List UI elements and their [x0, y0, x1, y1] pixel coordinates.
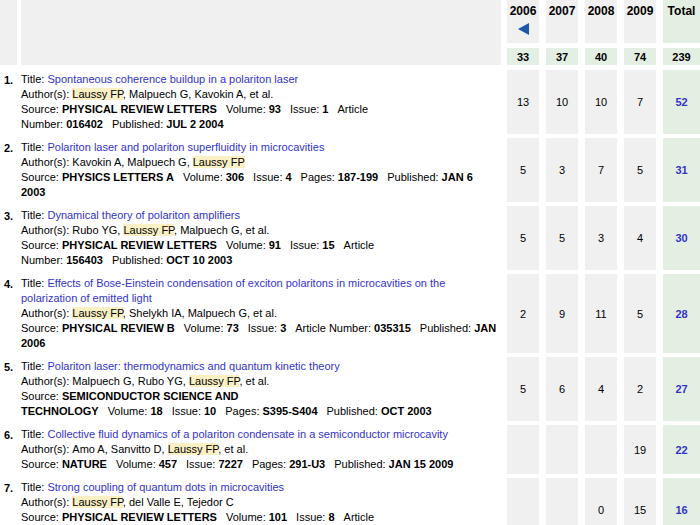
citation-count-cell: 5	[507, 206, 539, 270]
authors-label: Author(s):	[21, 88, 69, 100]
title-line: Title:Spontaneous coherence buildup in a…	[21, 72, 497, 87]
paper-title-link[interactable]: Polariton laser: thermodynamics and quan…	[47, 360, 339, 372]
paper-total-cell: 28	[663, 274, 700, 353]
field-value: S395-S404	[262, 405, 317, 417]
title-label: Title:	[21, 141, 44, 153]
paper-row: 2. Title:Polariton laser and polariton s…	[0, 138, 700, 202]
year-total-value: 37	[556, 51, 568, 63]
citation-count-cell: 5	[624, 274, 656, 353]
paper-description: Title:Spontaneous coherence buildup in a…	[21, 70, 501, 134]
field-label: Published:	[420, 322, 471, 334]
field-value: OCT 10 2003	[166, 254, 232, 266]
paper-title-link[interactable]: Polariton laser and polariton superfluid…	[47, 141, 324, 153]
citation-count-cell: 7	[624, 70, 656, 134]
citation-report-table: 2006 33 2007 37 2008 40 2009 74	[0, 0, 700, 525]
year-header-label: 2008	[588, 4, 615, 18]
author-highlight: Laussy FP	[193, 156, 245, 168]
paper-title-link[interactable]: Effects of Bose-Einstein condensation of…	[21, 277, 445, 304]
authors-label: Author(s):	[21, 156, 69, 168]
source-line: Source:NATUREVolume:457Issue:7227Pages:2…	[21, 457, 497, 472]
year-column: 2009 74	[624, 0, 656, 65]
title-line: Title:Effects of Bose-Einstein condensat…	[21, 276, 497, 306]
field-label: Pages:	[225, 405, 259, 417]
scroll-earlier-years-icon[interactable]	[518, 23, 529, 35]
cite-cells: 1310107	[507, 70, 663, 134]
paper-title-link[interactable]: Spontaneous coherence buildup in a polar…	[47, 73, 298, 85]
year-header-label: 2007	[549, 4, 576, 18]
cite-cells: 29115	[507, 274, 663, 353]
year-column: 2008 40	[585, 0, 617, 65]
source-line: Source:PHYSICAL REVIEW LETTERSVolume:91I…	[21, 238, 497, 268]
paper-total-value: 27	[675, 383, 687, 395]
citation-count-cell: 10	[546, 70, 578, 134]
paper-total-value: 16	[675, 504, 687, 516]
paper-title-link[interactable]: Strong coupling of quantum dots in micro…	[47, 481, 284, 493]
field-value: 18	[150, 405, 162, 417]
paper-number: 7.	[0, 478, 17, 525]
field-label: Pages:	[252, 458, 286, 470]
citation-count-cell: 11	[585, 274, 617, 353]
citation-count-cell	[546, 425, 578, 474]
citation-count-cell: 3	[546, 138, 578, 202]
grand-total-cell: 239	[663, 48, 700, 65]
authors-line: Author(s):Laussy FP, Malpuech G, Kavokin…	[21, 87, 497, 102]
field-label: Pages:	[301, 171, 335, 183]
field-value: 291-U3	[289, 458, 325, 470]
field-value: 91	[269, 239, 281, 251]
paper-total-cell: 30	[663, 206, 700, 270]
source-name: NATURE	[62, 458, 107, 470]
title-line: Title:Polariton laser: thermodynamics an…	[21, 359, 497, 374]
title-label: Title:	[21, 360, 44, 372]
year-header-cell: 2009	[624, 0, 656, 43]
field-label: Published:	[112, 254, 163, 266]
field-label: Issue:	[290, 239, 319, 251]
author-highlight: Laussy FP	[72, 496, 123, 508]
citation-count-cell: 2	[624, 357, 656, 421]
citation-count-cell	[585, 425, 617, 474]
source-label: Source:	[21, 390, 59, 402]
author-highlight: Laussy FP	[189, 375, 240, 387]
source-line: Source:PHYSICAL REVIEW LETTERSVolume:93I…	[21, 102, 497, 132]
authors-post: , del Valle E, Tejedor C	[123, 496, 234, 508]
row-number-header-block	[0, 0, 17, 65]
citation-count-cell: 3	[585, 206, 617, 270]
year-header-cell: 2006	[507, 0, 539, 43]
title-label: Title:	[21, 481, 44, 493]
paper-title-link[interactable]: Collective fluid dynamics of a polariton…	[47, 428, 447, 440]
paper-title-link[interactable]: Dynamical theory of polariton amplifiers	[47, 209, 240, 221]
source-line: Source:PHYSICAL REVIEW LETTERSVolume:101…	[21, 510, 497, 525]
source-line: Source:SEMICONDUCTOR SCIENCE AND TECHNOL…	[21, 389, 497, 419]
author-highlight: Laussy FP	[72, 307, 123, 319]
year-total-value: 33	[517, 51, 529, 63]
field-value: JUL 2 2004	[166, 118, 223, 130]
source-fields: Volume:18Issue:10Pages:S395-S404Publishe…	[99, 405, 432, 417]
field-label: Issue:	[253, 171, 282, 183]
authors-post: , et al.	[239, 375, 269, 387]
field-label: Published:	[334, 458, 385, 470]
grand-total-value: 239	[672, 51, 690, 63]
description-header-block	[21, 0, 501, 65]
field-value: OCT 2003	[381, 405, 432, 417]
citation-count-cell: 4	[624, 206, 656, 270]
citation-count-cell: 5	[546, 206, 578, 270]
field-value: 7227	[218, 458, 242, 470]
title-line: Title:Strong coupling of quantum dots in…	[21, 480, 497, 495]
field-value: 8	[328, 511, 334, 523]
authors-line: Author(s):Kavokin A, Malpuech G, Laussy …	[21, 155, 497, 170]
field-value: 101	[269, 511, 287, 523]
year-total-cell: 74	[624, 48, 656, 65]
authors-pre: Rubo YG,	[72, 224, 123, 236]
field-label: Volume:	[184, 322, 224, 334]
paper-description: Title:Strong coupling of quantum dots in…	[21, 478, 501, 525]
year-total-cell: 37	[546, 48, 578, 65]
source-label: Source:	[21, 458, 59, 470]
citation-count-cell	[546, 478, 578, 525]
source-name: PHYSICAL REVIEW LETTERS	[62, 103, 217, 115]
paper-number: 2.	[0, 138, 17, 202]
field-label: Volume:	[226, 511, 266, 523]
cite-cells: 5375	[507, 138, 663, 202]
cite-cells: 19	[507, 425, 663, 474]
citation-count-cell: 9	[546, 274, 578, 353]
citation-count-cell	[507, 478, 539, 525]
field-value: 457	[159, 458, 177, 470]
